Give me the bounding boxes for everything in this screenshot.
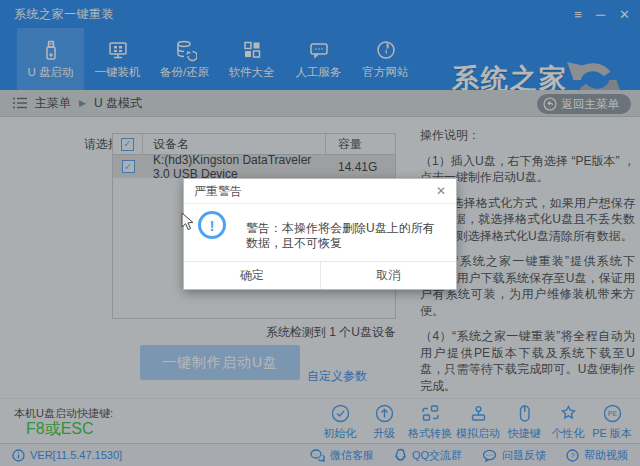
dialog-close-icon[interactable]: ✕ bbox=[436, 184, 446, 198]
warning-dialog: 严重警告 ✕ ! 警告：本操作将会删除U盘上的所有数据，且不可恢复 确定 取消 bbox=[183, 178, 457, 290]
dialog-title: 严重警告 bbox=[194, 183, 242, 200]
dialog-ok-button[interactable]: 确定 bbox=[184, 262, 320, 289]
app-window: 系统之家一键重装 ≡ ─ ✕ U 盘启动 一键装机 备份/还原 软件大全 bbox=[0, 0, 640, 466]
dialog-message: 警告：本操作将会删除U盘上的所有数据，且不可恢复 bbox=[246, 221, 446, 251]
dialog-cancel-button[interactable]: 取消 bbox=[320, 262, 457, 289]
mouse-cursor-icon bbox=[181, 212, 195, 232]
warning-icon: ! bbox=[198, 211, 226, 239]
